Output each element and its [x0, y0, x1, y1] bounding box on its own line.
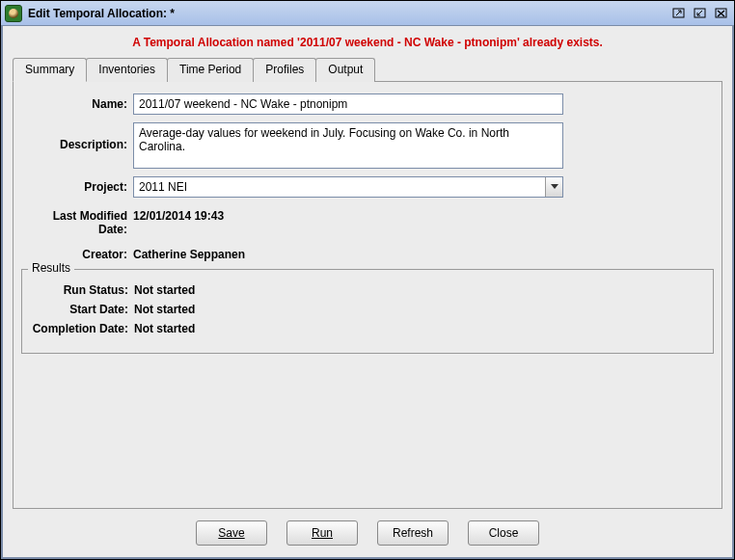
window-controls — [670, 6, 730, 21]
name-label: Name: — [21, 93, 133, 111]
run-button[interactable]: Run — [286, 520, 358, 546]
minimize-icon[interactable] — [670, 6, 688, 21]
save-button-label: Save — [218, 526, 244, 540]
window-title: Edit Temporal Allocation: * — [28, 7, 670, 20]
run-button-label: Run — [312, 526, 333, 540]
project-select[interactable]: 2011 NEI — [133, 176, 563, 198]
save-button[interactable]: Save — [196, 520, 267, 546]
creator-label: Creator: — [21, 244, 133, 261]
warning-message: A Temporal Allocation named '2011/07 wee… — [3, 26, 732, 57]
results-group: Results Run Status: Not started Start Da… — [21, 269, 714, 354]
maximize-icon[interactable] — [692, 6, 709, 21]
window-body: A Temporal Allocation named '2011/07 wee… — [1, 26, 734, 559]
button-bar: Save Run Refresh Close — [3, 509, 732, 557]
description-label: Description: — [21, 122, 133, 151]
creator-value: Catherine Seppanen — [133, 244, 245, 261]
last-modified-value: 12/01/2014 19:43 — [133, 205, 224, 223]
project-value: 2011 NEI — [134, 177, 545, 197]
name-input[interactable] — [133, 93, 563, 115]
close-button[interactable]: Close — [468, 520, 539, 546]
tab-inventories[interactable]: Inventories — [86, 58, 168, 82]
description-input[interactable] — [133, 122, 563, 169]
close-icon[interactable] — [713, 6, 730, 21]
results-legend: Results — [28, 261, 74, 275]
last-modified-label: Last Modified Date: — [21, 205, 133, 236]
tab-summary[interactable]: Summary — [13, 58, 87, 82]
run-status-label: Run Status: — [30, 283, 134, 297]
start-date-value: Not started — [134, 303, 195, 316]
app-icon — [5, 5, 22, 22]
project-label: Project: — [21, 176, 133, 194]
completion-date-label: Completion Date: — [30, 322, 134, 335]
chevron-down-icon[interactable] — [545, 177, 562, 197]
title-bar: Edit Temporal Allocation: * — [1, 1, 734, 26]
tab-output[interactable]: Output — [315, 58, 375, 82]
start-date-label: Start Date: — [30, 303, 134, 316]
tab-strip: Summary Inventories Time Period Profiles… — [13, 58, 722, 82]
run-status-value: Not started — [134, 283, 195, 297]
refresh-button[interactable]: Refresh — [377, 520, 449, 546]
tab-time-period[interactable]: Time Period — [167, 58, 254, 82]
completion-date-value: Not started — [134, 322, 195, 335]
tab-profiles[interactable]: Profiles — [253, 58, 316, 82]
tab-panel-summary: Name: Description: Project: 2011 NEI Las… — [13, 81, 722, 509]
